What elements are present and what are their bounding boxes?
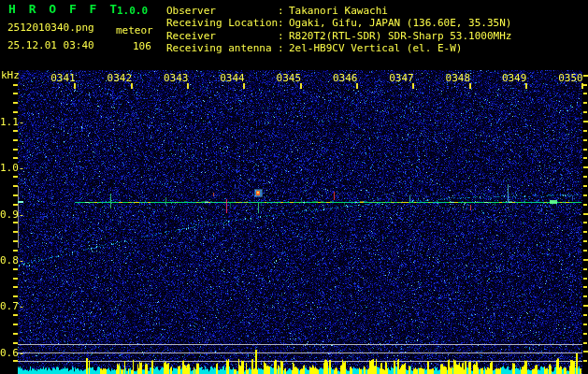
- hrofft-window: H R O F F T 1.0.0 2512010340.png meteor …: [0, 0, 588, 374]
- date-time: 25.12.01 03:40: [7, 40, 94, 50]
- station-info-value: Ogaki, Gifu, JAPAN (136.60E, 35.35N): [289, 18, 511, 28]
- station-info-row: Receiving Location:Ogaki, Gifu, JAPAN (1…: [166, 18, 511, 30]
- station-info-row: Receiving antenna:2el-HB9CV Vertical (el…: [166, 43, 511, 55]
- station-info-colon: :: [278, 31, 289, 41]
- output-filename: 2512010340.png: [7, 22, 94, 33]
- x-axis-label: 0349: [499, 73, 529, 83]
- station-info-value: R820T2(RTL-SDR) SDR-Sharp 53.1000MHz: [289, 31, 511, 41]
- y-axis-unit-label: kHz: [1, 69, 20, 81]
- y-axis-label: 0.8-: [0, 255, 18, 266]
- spectrogram-canvas: [0, 0, 588, 374]
- station-info-block: Observer:Takanori KawachiReceiving Locat…: [166, 6, 511, 56]
- echo-count: 106: [133, 41, 151, 51]
- x-axis-label: 0346: [330, 73, 360, 83]
- x-axis-label: 0342: [105, 73, 135, 83]
- station-info-colon: :: [278, 6, 289, 16]
- y-axis-label: 1.0-: [0, 163, 18, 173]
- station-info-label: Observer: [166, 6, 278, 16]
- x-axis-label: 0350: [555, 73, 585, 83]
- x-axis-label: 0347: [386, 73, 416, 83]
- station-info-value: Takanori Kawachi: [289, 6, 388, 16]
- station-info-colon: :: [278, 43, 289, 53]
- station-info-colon: :: [278, 18, 289, 28]
- station-info-value: 2el-HB9CV Vertical (el. E-W): [289, 43, 462, 53]
- app-version: 1.0.0: [117, 6, 148, 16]
- station-info-label: Receiving antenna: [166, 43, 278, 53]
- x-axis-label: 0343: [161, 73, 191, 83]
- station-info-row: Observer:Takanori Kawachi: [166, 6, 511, 18]
- y-axis-label: 0.9-: [0, 209, 18, 220]
- station-info-label: Receiver: [166, 31, 278, 41]
- station-info-label: Receiving Location: [166, 18, 278, 28]
- app-title: H R O F F T: [8, 4, 120, 14]
- station-info-row: Receiver:R820T2(RTL-SDR) SDR-Sharp 53.10…: [166, 31, 511, 43]
- y-axis-label: 0.7-: [0, 301, 18, 311]
- y-axis-label: 1.1-: [0, 117, 18, 127]
- x-axis-label: 0348: [443, 73, 473, 83]
- y-axis-label: 0.6-: [0, 348, 18, 358]
- x-axis-label: 0345: [274, 73, 304, 83]
- mode-label: meteor: [116, 25, 153, 36]
- x-axis-label: 0344: [217, 73, 247, 83]
- x-axis-label: 0341: [49, 73, 79, 83]
